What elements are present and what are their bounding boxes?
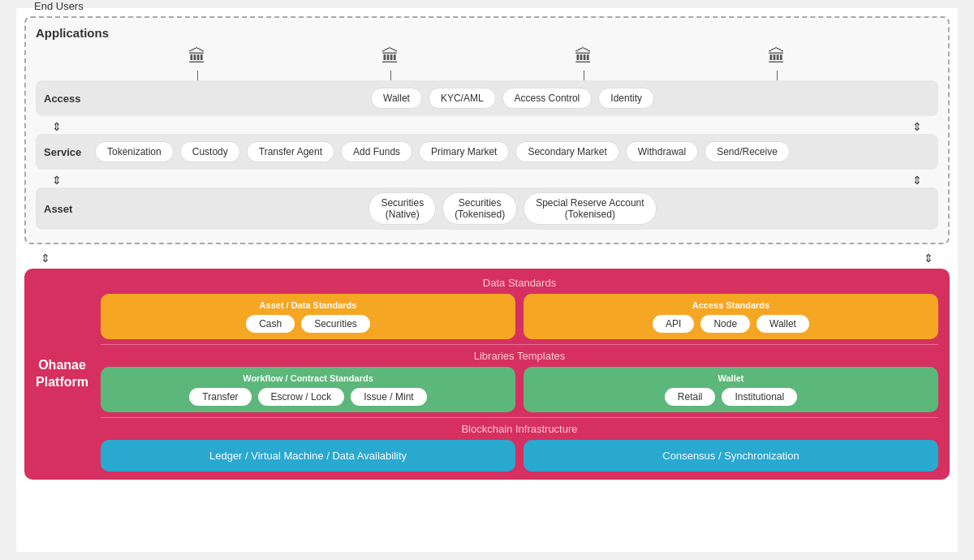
ledger-block: Ledger / Virtual Machine / Data Availabi… bbox=[101, 440, 515, 472]
asset-data-standards-title: Asset / Data Standards bbox=[110, 300, 506, 310]
asset-data-standards-block: Asset / Data Standards Cash Securities bbox=[101, 294, 515, 339]
primary-market-pill: Primary Market bbox=[419, 141, 509, 162]
transfer-agent-pill: Transfer Agent bbox=[247, 141, 334, 162]
identity-pill: Identity bbox=[598, 88, 654, 109]
bottom-content: Data Standards Asset / Data Standards Ca… bbox=[101, 277, 938, 472]
bank-icon-2: 🏛 bbox=[381, 46, 399, 67]
connector-lines bbox=[36, 71, 938, 80]
transfer-pill: Transfer bbox=[189, 388, 251, 406]
escrow-pill: Escrow / Lock bbox=[258, 388, 345, 406]
arrow-bottom-left: ⇕ bbox=[41, 252, 50, 265]
securities-tokenised-pill: Securities(Tokenised) bbox=[442, 192, 517, 225]
workflow-title: Workflow / Contract Standards bbox=[110, 373, 506, 383]
data-standards-title: Data Standards bbox=[101, 277, 938, 289]
cash-pill: Cash bbox=[246, 315, 295, 333]
service-label: Service bbox=[44, 146, 88, 158]
access-control-pill: Access Control bbox=[502, 88, 593, 109]
access-standards-block: Access Standards API Node Wallet bbox=[524, 294, 938, 339]
platform-label: OhanaePlatform bbox=[36, 357, 88, 391]
node-pill: Node bbox=[700, 315, 750, 333]
h-arrows-bottom: ⇕ ⇕ bbox=[24, 251, 950, 265]
workflow-pills: Transfer Escrow / Lock Issue / Mint bbox=[110, 388, 506, 406]
service-row: Service Tokenization Custody Transfer Ag… bbox=[36, 134, 938, 170]
libraries-row: Workflow / Contract Standards Transfer E… bbox=[101, 367, 938, 412]
end-users-label: End Users bbox=[34, 0, 84, 12]
v-arrows-1: ⇕ ⇕ bbox=[36, 119, 938, 134]
divider-1 bbox=[101, 344, 938, 345]
arrow-left-2: ⇕ bbox=[52, 174, 62, 187]
access-standards-pills: API Node Wallet bbox=[533, 315, 929, 333]
wallet-lib-pills: Retail Institutional bbox=[533, 388, 929, 406]
securities-native-pill: Securities(Native) bbox=[368, 192, 436, 225]
applications-label: Applications bbox=[36, 26, 938, 40]
custody-pill: Custody bbox=[180, 141, 240, 162]
securities-ds-pill: Securities bbox=[301, 315, 370, 333]
special-reserve-pill: Special Reserve Account(Tokenised) bbox=[524, 192, 656, 225]
data-standards-row: Asset / Data Standards Cash Securities A… bbox=[101, 294, 938, 339]
arrow-right-1: ⇕ bbox=[912, 120, 922, 133]
main-diagram: End Users Applications 🏛 🏛 🏛 🏛 Access Wa… bbox=[16, 8, 958, 552]
access-row: Access Wallet KYC/AML Access Control Ide… bbox=[36, 80, 938, 116]
asset-label: Asset bbox=[44, 203, 88, 215]
asset-row: Asset Securities(Native) Securities(Toke… bbox=[36, 187, 938, 230]
arrow-bottom-right: ⇕ bbox=[924, 252, 933, 265]
secondary-market-pill: Secondary Market bbox=[515, 141, 618, 162]
wallet-lib-title: Wallet bbox=[533, 373, 929, 383]
api-pill: API bbox=[653, 315, 694, 333]
asset-data-pills: Cash Securities bbox=[110, 315, 506, 333]
divider-2 bbox=[101, 417, 938, 418]
send-receive-pill: Send/Receive bbox=[705, 141, 790, 162]
institutional-pill: Institutional bbox=[722, 388, 797, 406]
applications-section: End Users Applications 🏛 🏛 🏛 🏛 Access Wa… bbox=[24, 16, 950, 244]
withdrawal-pill: Withdrawal bbox=[626, 141, 698, 162]
wallet-pill: Wallet bbox=[371, 88, 422, 109]
arrow-right-2: ⇕ bbox=[912, 174, 922, 187]
access-standards-title: Access Standards bbox=[533, 300, 929, 310]
retail-pill: Retail bbox=[665, 388, 716, 406]
infra-title: Blockchain Infrastructure bbox=[101, 423, 938, 435]
consensus-block: Consensus / Synchronization bbox=[524, 440, 938, 472]
kyc-aml-pill: KYC/AML bbox=[429, 88, 496, 109]
arrow-left-1: ⇕ bbox=[52, 120, 62, 133]
wallet-lib-block: Wallet Retail Institutional bbox=[524, 367, 938, 412]
tokenization-pill: Tokenization bbox=[95, 141, 174, 162]
bank-icon-1: 🏛 bbox=[188, 46, 206, 67]
add-funds-pill: Add Funds bbox=[341, 141, 412, 162]
access-label: Access bbox=[44, 93, 88, 105]
bank-icon-3: 🏛 bbox=[575, 46, 593, 67]
bank-icons-row: 🏛 🏛 🏛 🏛 bbox=[36, 46, 938, 67]
issue-mint-pill: Issue / Mint bbox=[351, 388, 426, 406]
wallet-access-pill: Wallet bbox=[756, 315, 809, 333]
v-arrows-2: ⇕ ⇕ bbox=[36, 173, 938, 187]
platform-section: OhanaePlatform Data Standards Asset / Da… bbox=[24, 269, 950, 480]
bank-icon-4: 🏛 bbox=[768, 46, 786, 67]
infra-row: Ledger / Virtual Machine / Data Availabi… bbox=[101, 440, 938, 472]
workflow-block: Workflow / Contract Standards Transfer E… bbox=[101, 367, 515, 412]
libraries-title: Libraries Templates bbox=[101, 350, 938, 362]
